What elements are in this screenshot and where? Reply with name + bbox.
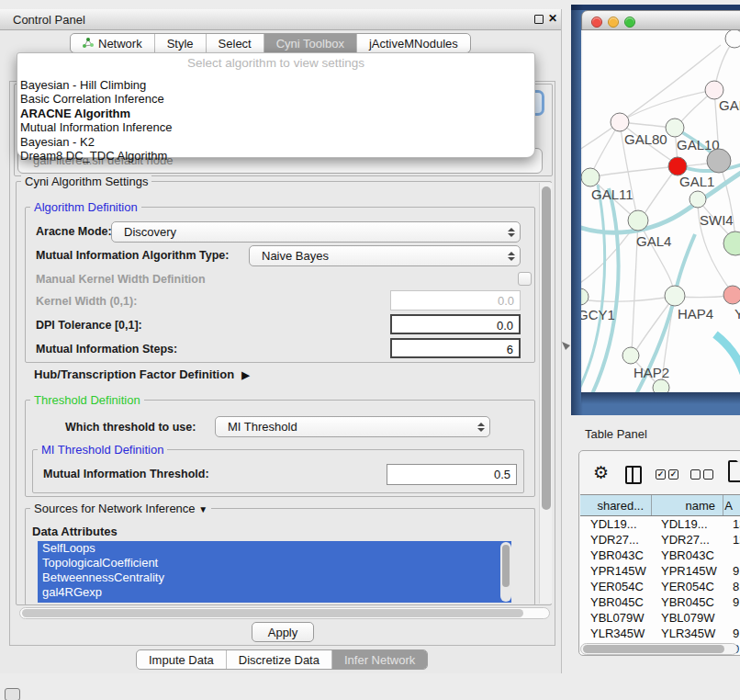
network-node[interactable] — [705, 81, 723, 99]
aracne-mode-combo[interactable]: Discovery — [111, 221, 521, 243]
hub-definition-toggle[interactable]: Hub/Transcription Factor Definition▶ — [34, 367, 250, 381]
network-node[interactable] — [725, 30, 740, 48]
which-threshold-combo[interactable]: MI Threshold — [215, 416, 490, 437]
attribute-item[interactable]: SelfLoops — [38, 541, 511, 556]
close-traffic-light-icon[interactable] — [591, 17, 602, 28]
mi-threshold-label: Mutual Information Threshold: — [43, 468, 209, 480]
network-node[interactable] — [666, 119, 684, 137]
network-node-label: HAP4 — [678, 306, 713, 322]
unchecked-checkbox-icon[interactable] — [703, 469, 713, 480]
table-cell: YPR145W — [580, 563, 652, 579]
tab-discretize-data[interactable]: Discretize Data — [227, 650, 332, 669]
network-node[interactable] — [723, 231, 740, 255]
column-header[interactable]: A — [723, 495, 740, 515]
table-cell: 9. — [723, 563, 740, 579]
settings-vertical-scrollbar-thumb[interactable] — [542, 186, 551, 510]
close-icon[interactable]: ✕ — [548, 12, 557, 25]
tab-style[interactable]: Style — [155, 34, 207, 52]
tab-jactivemnodules[interactable]: jActiveMNodules — [357, 34, 470, 52]
algorithm-option[interactable]: Mutual Information Inference — [20, 120, 532, 134]
table-row[interactable]: YDL19...YDL19...13 — [580, 516, 740, 532]
checked-checkbox-icon[interactable]: ✓ — [656, 469, 666, 480]
cyni-toolbox-content: galFiltered.sif default node Cyni Algori… — [9, 81, 555, 646]
settings-vertical-scrollbar[interactable] — [539, 183, 552, 604]
algorithm-definition-legend: Algorithm Definition — [30, 200, 141, 214]
network-node[interactable] — [628, 210, 648, 231]
splitter-arrow-icon[interactable] — [562, 338, 571, 355]
tab-cyni-toolbox[interactable]: Cyni Toolbox — [264, 34, 357, 52]
table-row[interactable]: YBL079WYBL079W — [580, 610, 740, 626]
tab-select[interactable]: Select — [207, 34, 264, 52]
table-row[interactable]: YPR145WYPR145W9. — [580, 563, 740, 579]
algorithm-option[interactable]: Bayesian - K2 — [20, 135, 532, 149]
table-cell: YBL079W — [652, 610, 723, 626]
kernel-width-value: 0.0 — [498, 294, 514, 308]
minimize-traffic-light-icon[interactable] — [608, 17, 619, 28]
export-file-icon[interactable] — [728, 460, 740, 482]
algorithm-option[interactable]: Bayesian - Hill Climbing — [20, 78, 532, 92]
network-node[interactable] — [581, 168, 600, 186]
table-row[interactable]: YBR043CYBR043C — [580, 548, 740, 563]
data-attributes-label: Data Attributes — [32, 525, 118, 538]
table-cell: YBR045C — [580, 594, 652, 610]
zoom-traffic-light-icon[interactable] — [624, 17, 635, 28]
tab-infer-network[interactable]: Infer Network — [332, 650, 427, 669]
network-node[interactable] — [653, 379, 669, 392]
attributes-scrollbar[interactable] — [500, 542, 511, 602]
table-row[interactable]: YLR345WYLR345W9. — [580, 626, 740, 641]
attribute-item[interactable]: gal4RGexp — [38, 585, 511, 600]
attributes-scrollbar-thumb[interactable] — [502, 545, 510, 587]
dpi-tolerance-field[interactable]: 0.0 — [390, 314, 521, 334]
settings-horizontal-scrollbar[interactable] — [19, 607, 550, 619]
column-header[interactable]: name — [652, 495, 723, 515]
network-node[interactable] — [668, 157, 687, 175]
algorithm-option[interactable]: Basic Correlation Inference — [20, 92, 532, 106]
table-cell: YBR043C — [580, 548, 652, 563]
combo-arrows-icon — [503, 228, 520, 237]
tab-impute-data[interactable]: Impute Data — [137, 650, 227, 669]
table-cell — [723, 610, 740, 626]
table-cell: 8. — [723, 579, 740, 594]
table-panel-title: Table Panel — [585, 427, 647, 441]
network-node[interactable] — [622, 347, 639, 364]
network-node[interactable] — [690, 191, 706, 208]
network-desktop: GALGAL80GAL10GAL1GAL11SWI4GAL4GCY1HAP4YH… — [571, 5, 740, 415]
network-node-label: GAL — [719, 97, 740, 113]
table-cell: 12 — [723, 532, 740, 548]
float-window-icon[interactable] — [534, 15, 544, 24]
mi-type-combo[interactable]: Naive Bayes — [249, 245, 521, 266]
kernel-width-field[interactable]: 0.0 — [390, 290, 521, 310]
attribute-item[interactable]: TopologicalCoefficient — [38, 556, 511, 570]
algorithm-option[interactable]: Dream8 DC_TDC Algorithm — [20, 149, 532, 163]
split-columns-icon[interactable] — [625, 466, 642, 484]
network-node-label: GAL11 — [591, 186, 633, 202]
checked-checkbox-icon[interactable]: ✓ — [668, 469, 678, 480]
table-settings-gear-icon[interactable]: ⚙ — [593, 462, 609, 483]
manual-kernel-checkbox[interactable] — [518, 272, 532, 286]
network-node[interactable] — [723, 286, 740, 304]
table-cell: YER054C — [652, 579, 723, 594]
control-panel: Control Panel ✕ NetworkStyleSelectCyni T… — [0, 9, 562, 673]
sources-legend[interactable]: Sources for Network Inference ▼ — [30, 502, 211, 515]
column-header[interactable]: shared... — [580, 495, 652, 515]
network-node[interactable] — [707, 149, 731, 173]
mi-threshold-field[interactable]: 0.5 — [387, 464, 517, 485]
apply-button[interactable]: Apply — [252, 622, 314, 642]
unchecked-checkbox-icon[interactable] — [690, 469, 701, 480]
network-canvas[interactable]: GALGAL80GAL10GAL1GAL11SWI4GAL4GCY1HAP4YH… — [581, 30, 740, 392]
network-node-label: HAP2 — [633, 365, 669, 380]
table-horizontal-scrollbar-thumb[interactable] — [583, 645, 724, 653]
data-attributes-list[interactable]: SelfLoopsTopologicalCoefficientBetweenne… — [38, 541, 511, 603]
panel-toggle-icon[interactable] — [5, 688, 20, 700]
table-row[interactable]: YDR27...YDR27...12 — [580, 532, 740, 548]
tab-network[interactable]: Network — [71, 34, 155, 52]
network-window-titlebar[interactable] — [581, 10, 740, 30]
table-row[interactable]: YER054CYER054C8. — [580, 579, 740, 594]
network-node[interactable] — [665, 286, 685, 306]
network-node[interactable] — [611, 113, 629, 131]
attribute-item[interactable]: BetweennessCentrality — [38, 570, 511, 585]
algorithm-option[interactable]: ARACNE Algorithm — [20, 107, 532, 120]
settings-horizontal-scrollbar-thumb[interactable] — [22, 609, 523, 617]
mi-steps-field[interactable]: 6 — [390, 338, 521, 358]
table-row[interactable]: YBR045CYBR045C9. — [580, 594, 740, 610]
